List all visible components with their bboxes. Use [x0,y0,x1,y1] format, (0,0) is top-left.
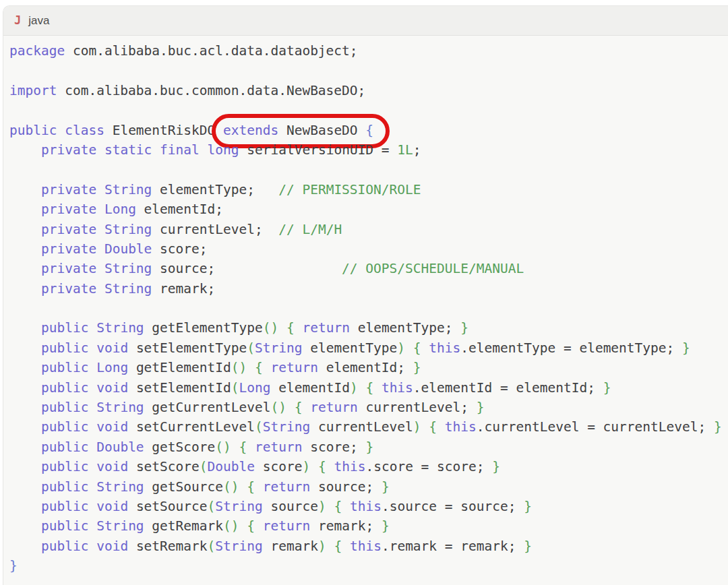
code-token [88,538,96,554]
code-token [96,261,104,276]
code-token: ) [413,419,421,435]
code-token: return [263,518,310,534]
code-token: this [382,380,413,396]
code-token: getCurrentLevel [144,400,271,415]
code-token: NewBaseDO [278,123,365,138]
code-token: this [350,538,382,554]
code-token: return [255,439,302,455]
code-token [421,419,429,435]
code-token [278,320,286,336]
code-token: ) [350,380,358,396]
code-token: public [9,123,57,138]
code-line: private String elementType; // PERMISSIO… [9,180,728,199]
code-line: public void setSource(String source) { t… [9,497,728,516]
code-token: String [96,518,144,534]
code-line: public String getCurrentLevel() { return… [9,398,728,417]
code-token [96,202,104,217]
code-token: () [270,400,286,415]
code-token: source; [310,479,382,495]
code-token [9,222,41,237]
code-line: public void setScore(Double score) { thi… [9,457,728,476]
code-token: ) [302,459,310,474]
code-token: score; [152,241,207,257]
code-token: .score = score; [365,459,492,474]
code-token: String [263,419,310,435]
code-token: com.alibaba.buc.acl.data.dataobject; [65,43,357,59]
code-token: elementId; [318,360,413,375]
code-token: } [603,380,611,396]
code-token: public [41,320,88,336]
code-token [9,499,41,514]
code-token: private [41,281,96,297]
code-block-header: J java [3,6,728,36]
code-token: void [96,419,128,435]
code-token: } [382,518,390,534]
code-token: } [492,459,500,474]
code-token: public [41,360,88,375]
code-token: setCurrentLevel [128,419,255,435]
java-language-icon: J [14,15,21,26]
code-token [239,479,247,495]
code-token: public [41,439,88,455]
code-token [9,320,41,336]
code-token: void [96,380,128,396]
code-line: public void setElementId(Long elementId)… [9,378,728,398]
code-token: currentLevel; [152,222,262,237]
code-token: remark; [152,281,215,297]
code-line: } [9,556,728,576]
code-token: Long [104,202,136,217]
code-line: public String getSource() { return sourc… [9,477,728,497]
code-token: Double [104,241,152,257]
code-token: () [215,439,231,455]
code-token: // L/M/H [263,222,342,237]
code-token: { [334,499,342,514]
code-token: .elementId = elementId; [413,380,603,396]
code-token: String [255,340,302,356]
code-token: { [295,400,303,415]
code-line: package com.alibaba.buc.acl.data.dataobj… [9,41,728,61]
code-line: public void setElementType(String elemen… [9,338,728,358]
code-line [9,61,728,80]
code-token: () [223,479,239,495]
code-token: ( [208,499,216,514]
code-line: import com.alibaba.buc.common.data.NewBa… [9,81,728,100]
code-token: getElementId [128,360,231,375]
code-token [96,241,104,257]
code-token: source [263,499,318,514]
code-token: getRemark [144,518,223,534]
code-token [326,459,334,474]
code-token: ( [247,340,255,356]
code-token: .source = source; [382,499,524,514]
code-token [9,360,41,375]
code-token [373,380,382,396]
code-token [88,439,96,455]
code-token: private [41,241,96,257]
code-token [247,439,255,455]
code-token: extends [223,123,278,138]
code-token: } [682,340,690,356]
code-token [88,479,96,495]
code-token: public [41,518,88,534]
code-token: ( [231,380,239,396]
code-token: ( [208,538,216,554]
code-token: String [104,281,152,297]
code-token: void [96,538,128,554]
code-token [88,340,96,356]
code-token [405,340,413,356]
code-token: return [263,479,310,495]
code-token [247,360,255,375]
code-token [57,123,65,138]
code-token: Long [96,360,128,375]
code-token [88,518,96,534]
code-line: private String currentLevel; // L/M/H [9,220,728,239]
code-token: score; [302,439,365,455]
code-token [9,261,41,276]
code-line: public Double getScore() { return score;… [9,437,728,457]
code-token [96,281,104,297]
code-token: this [350,499,382,514]
code-token: } [460,320,468,336]
code-token: String [104,261,152,276]
code-line: public void setCurrentLevel(String curre… [9,417,728,437]
code-token: () [263,320,278,336]
code-token: String [215,499,262,514]
